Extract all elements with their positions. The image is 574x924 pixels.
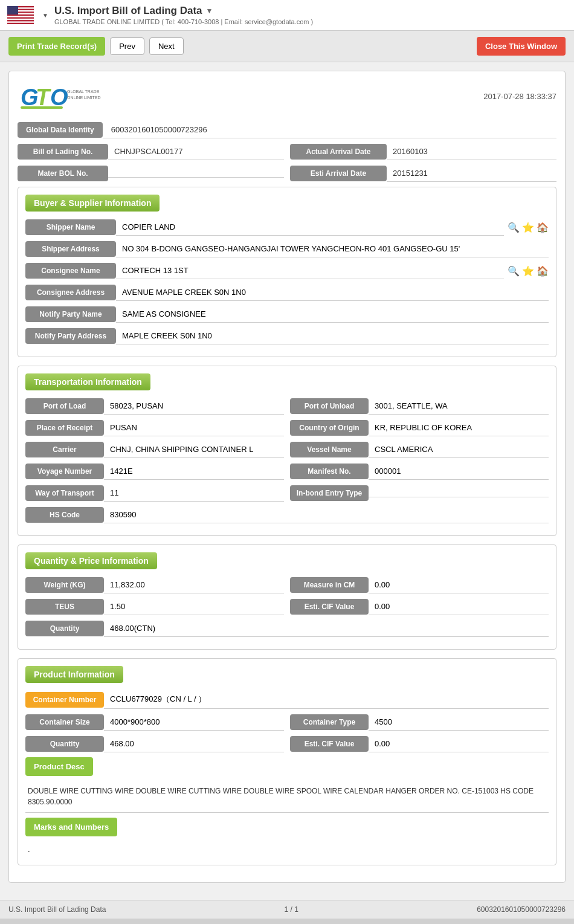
container-type-label: Container Type [290,714,369,730]
measure-cm-value: 0.00 [369,577,549,593]
shipper-address-value: NO 304 B-DONG GANGSEO-HANGANGJAI TOWER Y… [116,241,549,257]
weight-kg-label: Weight (KG) [25,577,104,593]
consignee-address-label: Consignee Address [25,285,116,300]
svg-text:O: O [50,85,68,110]
company-logo: G T O GLOBAL TRADE ONLINE LIMITED [18,80,114,113]
port-of-load-value: 58023, PUSAN [104,398,284,415]
search-icon-2[interactable]: 🔍 [508,265,520,277]
voyage-manifest-row: Voyage Number 1421E Manifest No. 000001 [25,463,549,480]
inbond-entry-label: In-bond Entry Type [290,485,369,501]
master-bol-left: Mater BOL No. [18,165,284,182]
title-dropdown-arrow[interactable]: ▼ [206,7,213,15]
quantity-price-section: Quantity & Price Information Weight (KG)… [18,544,556,650]
hs-code-label: HS Code [25,507,104,523]
vessel-name-label: Vessel Name [290,442,369,457]
product-esti-cif-value: 0.00 [369,735,549,752]
close-button[interactable]: Close This Window [477,37,566,56]
top-bar: ▼ U.S. Import Bill of Lading Data ▼ GLOB… [0,0,574,31]
header-fields: Global Data Identity 6003201601050000723… [18,121,556,182]
port-load-left: Port of Load 58023, PUSAN [25,398,284,415]
manifest-right: Manifest No. 000001 [290,463,549,480]
next-button[interactable]: Next [149,37,184,55]
footer-right: 6003201601050000723296 [477,905,566,914]
print-button[interactable]: Print Trade Record(s) [8,37,105,56]
notify-party-name-label: Notify Party Name [25,306,116,322]
teus-cif-row: TEUS 1.50 Esti. CIF Value 0.00 [25,598,549,615]
search-icon[interactable]: 🔍 [508,222,520,233]
bill-of-lading-value: CHNJPSCAL00177 [108,143,284,160]
svg-text:GLOBAL TRADE: GLOBAL TRADE [67,89,100,94]
product-quantity-left: Quantity 468.00 [25,735,284,752]
place-receipt-left: Place of Receipt PUSAN [25,419,284,436]
receipt-origin-row: Place of Receipt PUSAN Country of Origin… [25,419,549,436]
country-origin-right: Country of Origin KR, REPUBLIC OF KOREA [290,419,549,436]
port-of-unload-label: Port of Unload [290,398,369,414]
main-title: U.S. Import Bill of Lading Data ▼ [54,5,567,17]
weight-kg-value: 11,832.00 [104,577,284,593]
star-icon-2[interactable]: ⭐ [522,265,534,277]
inbond-right: In-bond Entry Type [290,485,549,502]
quantity-row: Quantity 468.00(CTN) [25,620,549,637]
consignee-address-row: Consignee Address AVENUE MAPLE CREEK S0N… [25,284,549,301]
home-icon[interactable]: 🏠 [537,222,549,233]
product-desc-text: DOUBLE WIRE CUTTING WIRE DOUBLE WIRE CUT… [25,781,549,813]
page-title: U.S. Import Bill of Lading Data [54,5,202,17]
esti-cif-value: 0.00 [369,598,549,615]
actual-arrival-label: Actual Arrival Date [290,144,387,160]
transportation-header: Transportation Information [25,373,150,390]
product-desc-button[interactable]: Product Desc [25,757,93,776]
svg-text:T: T [36,85,51,110]
bill-of-lading-label: Bill of Lading No. [18,144,108,160]
logo-area: G T O GLOBAL TRADE ONLINE LIMITED 2017-0… [18,80,556,113]
inbond-entry-value [369,489,549,497]
port-of-unload-value: 3001, SEATTLE, WA [369,398,549,415]
flag-icon [7,6,34,24]
master-bol-row: Mater BOL No. Esti Arrival Date 20151231 [18,165,556,182]
measure-cm-label: Measure in CM [290,577,369,593]
product-esti-cif-label: Esti. CIF Value [290,736,369,752]
svg-rect-11 [21,106,63,109]
product-desc-btn-row: Product Desc [25,757,549,776]
carrier-left: Carrier CHNJ, CHINA SHIPPING CONTAINER L [25,441,284,458]
timestamp: 2017-07-28 18:33:37 [483,92,556,101]
teus-value: 1.50 [104,598,284,615]
footer-page: 1 / 1 [285,905,298,914]
quantity-price-header: Quantity & Price Information [25,552,157,569]
shipper-name-row: Shipper Name COPIER LAND 🔍 ⭐ 🏠 [25,219,549,236]
weight-measure-row: Weight (KG) 11,832.00 Measure in CM 0.00 [25,577,549,593]
manifest-no-value: 000001 [369,463,549,480]
footer-left: U.S. Import Bill of Lading Data [8,905,106,914]
actual-arrival-value: 20160103 [387,143,556,160]
prev-button[interactable]: Prev [110,37,144,55]
star-icon[interactable]: ⭐ [522,222,534,233]
vessel-name-value: CSCL AMERICA [369,441,549,458]
product-cif-right: Esti. CIF Value 0.00 [290,735,549,752]
container-number-left: Container Number CCLU6779029（CN / L / ） [25,690,549,709]
port-load-unload-row: Port of Load 58023, PUSAN Port of Unload… [25,398,549,415]
port-of-load-label: Port of Load [25,398,104,414]
quantity-left: Quantity 468.00(CTN) [25,620,549,637]
shipper-icons: 🔍 ⭐ 🏠 [508,222,549,233]
svg-rect-4 [7,16,34,17]
consignee-name-row: Consignee Name CORTECH 13 1ST 🔍 ⭐ 🏠 [25,262,549,279]
hs-code-left: HS Code 830590 [25,506,549,523]
way-of-transport-value: 11 [104,485,284,502]
place-of-receipt-label: Place of Receipt [25,420,104,436]
bol-arrival-row: Bill of Lading No. CHNJPSCAL00177 Actual… [18,143,556,160]
flag-dropdown-arrow[interactable]: ▼ [42,12,48,19]
container-size-label: Container Size [25,714,104,730]
product-header: Product Information [25,666,123,683]
marks-numbers-button[interactable]: Marks and Numbers [25,818,117,836]
way-of-transport-label: Way of Transport [25,485,104,501]
container-size-value: 4000*900*800 [104,714,284,731]
buyer-supplier-header: Buyer & Supplier Information [25,195,160,212]
home-icon-2[interactable]: 🏠 [537,265,549,277]
port-unload-right: Port of Unload 3001, SEATTLE, WA [290,398,549,415]
global-data-identity-value: 6003201601050000723296 [103,121,556,138]
marks-btn-row: Marks and Numbers [25,818,549,836]
transportation-section: Transportation Information Port of Load … [18,366,556,536]
container-size-left: Container Size 4000*900*800 [25,714,284,731]
main-content: G T O GLOBAL TRADE ONLINE LIMITED 2017-0… [0,62,574,900]
master-bol-value [108,170,284,178]
notify-party-address-value: MAPLE CREEK S0N 1N0 [116,328,549,344]
